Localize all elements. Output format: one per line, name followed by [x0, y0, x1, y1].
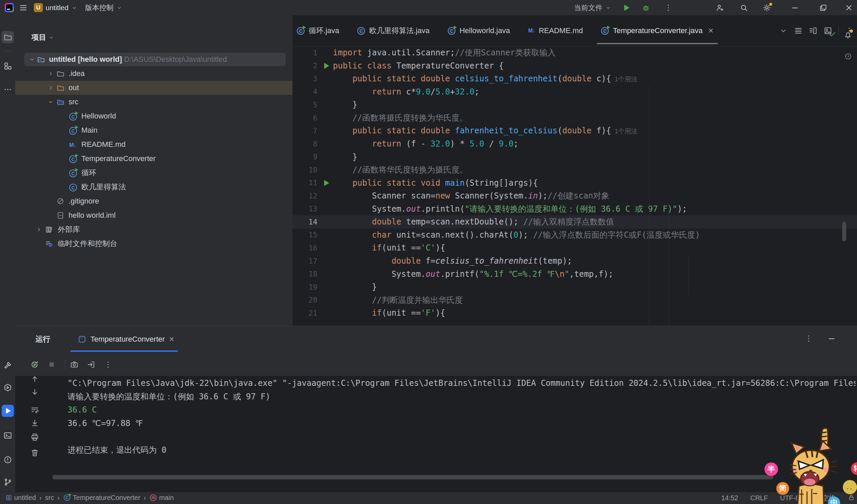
console-output[interactable]: "C:\Program Files\Java\jdk-22\bin\java.e… — [68, 377, 856, 472]
gutter-run-icon[interactable] — [324, 180, 329, 186]
print-button[interactable] — [30, 433, 39, 441]
breadcrumb-item-main[interactable]: mmain — [149, 494, 173, 502]
code-editor[interactable]: 1import java.util.Scanner;//使用Scanner类获取… — [292, 46, 857, 326]
terminal-tool-button[interactable] — [2, 430, 14, 441]
screenshot-button[interactable] — [70, 360, 79, 369]
ime-sticker-半[interactable]: 半 — [764, 463, 778, 476]
git-tool-button[interactable] — [2, 476, 14, 488]
code-line-4[interactable]: 4 return c*9.0/5.0+32.0; — [292, 85, 857, 99]
tab-close-icon[interactable]: ✕ — [708, 27, 714, 35]
code-line-10[interactable]: 10 //函数将华氏度转换为摄氏度。 — [292, 163, 857, 177]
run-tab[interactable]: TemperatureConverter ✕ — [78, 326, 174, 352]
desktop-pet-cat[interactable] — [789, 427, 837, 504]
line-number[interactable]: 10 — [292, 166, 320, 174]
breadcrumb-item-untitled[interactable]: untitled — [5, 494, 36, 502]
run-tab-close-icon[interactable]: ✕ — [169, 335, 174, 343]
code-line-17[interactable]: 17 double f=celsius_to_fahrenheit(temp); — [292, 254, 857, 268]
code-line-15[interactable]: 15 char unit=scan.next().charAt(0); //输入… — [292, 229, 857, 242]
code-line-6[interactable]: 6 //函数将摄氏度转换为华氏度。 — [292, 112, 857, 124]
tree-item-.idea[interactable]: .idea — [15, 67, 292, 81]
run-configuration-widget[interactable]: 当前文件 — [574, 0, 611, 15]
tree-item-Main[interactable]: CMain — [15, 123, 292, 137]
line-number[interactable]: 3 — [292, 74, 320, 83]
chevron-right-icon[interactable] — [47, 70, 54, 77]
tree-item-hello-world.iml[interactable]: hello world.iml — [15, 208, 292, 222]
editor-tab-Helloworld.java[interactable]: CHelloworld.java — [439, 15, 519, 46]
code-line-8[interactable]: 8 return (f - 32.0) * 5.0 / 9.0; — [292, 137, 857, 151]
line-number[interactable]: 7 — [292, 127, 320, 135]
code-line-18[interactable]: 18 System.out.printf("%.1f ℃=%.2f ℉\n",t… — [292, 267, 857, 281]
code-line-5[interactable]: 5 } — [292, 98, 857, 112]
tree-item-README.md[interactable]: M↓README.md — [15, 137, 292, 152]
status-item-CRLF[interactable]: CRLF — [750, 494, 768, 502]
search-everywhere-button[interactable] — [739, 0, 748, 15]
stop-button[interactable] — [47, 360, 56, 369]
tree-item-src[interactable]: src — [15, 95, 292, 109]
list-icon[interactable] — [794, 26, 803, 35]
next-occurrence-button[interactable] — [30, 388, 39, 396]
tree-item-out[interactable]: out — [15, 81, 292, 95]
line-number[interactable]: 9 — [292, 153, 320, 161]
editor-tab-TemperatureConverter.java[interactable]: CTemperatureConverter.java✕ — [592, 15, 723, 46]
tree-item-外部库[interactable]: 外部库 — [15, 222, 292, 237]
editor-tab-循环.java[interactable]: C循环.java — [292, 15, 348, 46]
maximize-button[interactable] — [812, 0, 834, 15]
prev-occurrence-button[interactable] — [30, 375, 39, 384]
inspections-ok-icon[interactable] — [828, 30, 837, 38]
project-widget[interactable]: U untitled — [34, 0, 77, 15]
line-number[interactable]: 2 — [292, 62, 320, 70]
settings-button[interactable] — [762, 0, 771, 15]
gutter-run-icon[interactable] — [324, 63, 329, 69]
rerun-button[interactable] — [30, 360, 39, 369]
close-button[interactable] — [838, 0, 857, 15]
breadcrumb-item-TemperatureConverter[interactable]: CTemperatureConverter — [63, 493, 140, 502]
code-line-19[interactable]: 19 } — [292, 281, 857, 294]
chevron-right-icon[interactable] — [47, 84, 54, 91]
code-line-1[interactable]: 1import java.util.Scanner;//使用Scanner类获取… — [292, 46, 857, 60]
scroll-to-end-button[interactable] — [30, 419, 39, 427]
vcs-widget[interactable]: 版本控制 — [85, 0, 122, 15]
line-number[interactable]: 8 — [292, 140, 320, 148]
line-number[interactable]: 15 — [292, 231, 320, 239]
debug-button[interactable] — [642, 0, 650, 15]
editor-tab-README.md[interactable]: M↓README.md — [519, 15, 592, 46]
tree-item-.gitignore[interactable]: .gitignore — [15, 194, 292, 208]
ime-sticker-简[interactable]: 简 — [776, 482, 789, 495]
more-actions-button[interactable] — [664, 0, 673, 15]
code-line-12[interactable]: 12 Scanner scan=new Scanner(System.in);/… — [292, 189, 857, 203]
project-tool-button[interactable] — [2, 31, 14, 43]
tree-item-欧几里得算法[interactable]: C欧几里得算法 — [15, 180, 292, 194]
tab-list-chevron-icon[interactable] — [779, 26, 788, 35]
line-number[interactable]: 18 — [292, 270, 320, 278]
right-stripe-tool-icon[interactable] — [844, 52, 852, 61]
line-number[interactable]: 14 — [292, 218, 320, 226]
breadcrumb-item-src[interactable]: src — [45, 494, 54, 502]
line-number[interactable]: 4 — [292, 87, 320, 96]
line-number[interactable]: 5 — [292, 101, 320, 109]
code-line-21[interactable]: 21 if(unit =='F'){ — [292, 306, 857, 320]
code-line-20[interactable]: 20 //判断温度并输出华氏度 — [292, 293, 857, 306]
code-line-9[interactable]: 9 } — [292, 150, 857, 163]
line-number[interactable]: 13 — [292, 205, 320, 213]
line-number[interactable]: 1 — [292, 49, 320, 57]
code-line-7[interactable]: 7 public static double fahrenheit_to_cel… — [292, 124, 857, 137]
editor-scrollbar[interactable] — [842, 222, 846, 241]
line-number[interactable]: 20 — [292, 296, 320, 304]
line-number[interactable]: 17 — [292, 257, 320, 265]
chevron-down-icon[interactable] — [47, 99, 54, 105]
ime-sticker-，。[interactable]: ，。 — [843, 480, 857, 494]
run-panel-options-button[interactable] — [804, 334, 813, 343]
project-panel-header[interactable]: 项目 — [31, 31, 54, 44]
chevron-right-icon[interactable] — [35, 226, 42, 233]
problems-tool-button[interactable] — [2, 454, 14, 466]
soft-wrap-button[interactable] — [30, 406, 39, 415]
tree-item-untitled-hello-world-[interactable]: untitled [hello world] D:\ASUS\Desktop\J… — [15, 52, 292, 67]
editor-tab-欧几里得算法.java[interactable]: C欧几里得算法.java — [348, 15, 438, 46]
commit-tool-button[interactable] — [2, 60, 14, 72]
code-line-2[interactable]: 2public class TemperatureConverter { — [292, 60, 857, 72]
code-line-3[interactable]: 3 public static double celsius_to_fahren… — [292, 72, 857, 85]
run-button[interactable] — [622, 0, 631, 15]
clear-console-button[interactable] — [30, 448, 39, 457]
code-line-11[interactable]: 11 public static void main(String[]args)… — [292, 176, 857, 189]
tree-item-临时文件和控制台[interactable]: 临时文件和控制台 — [15, 237, 292, 251]
